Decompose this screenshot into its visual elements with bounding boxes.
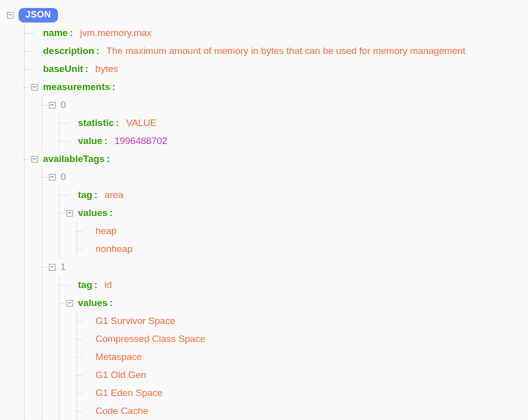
toggle-collapse-icon[interactable]: − [49,102,56,108]
list-item: G1 Eden Space [77,384,528,402]
value-text: VALUE [126,118,156,128]
colon: : [104,136,108,146]
colon: : [112,82,115,92]
list-item: Metaspace [77,348,528,366]
key-label: baseUnit [43,64,83,74]
value-text: heap [96,226,116,236]
field-values: − values : G1 Survivor Space Comp [60,294,528,420]
array-index: 1 [60,262,66,272]
toggle-collapse-icon[interactable]: − [66,300,73,306]
array-item: − 0 tag : area [42,168,528,258]
field-description: description : The maximum amount of memo… [24,42,528,60]
list-item: nonheap [77,240,528,258]
key-label: values [78,208,108,218]
colon: : [110,298,112,308]
value-number: 1996488702 [114,136,168,146]
field-values: − values : heap nonheap [60,204,528,258]
key-label: tag [78,190,92,200]
array-item: − 1 tag : id [42,258,528,420]
value-text: G1 Old Gen [96,370,146,380]
toggle-collapse-icon[interactable]: − [49,174,56,180]
root-node: − JSON name : jvm.memory.max description… [7,6,528,420]
key-label: tag [78,280,92,290]
array-index: 0 [60,172,66,182]
value-text: Code Cache [96,406,148,416]
toggle-collapse-icon[interactable]: − [7,12,14,18]
value-text: id [104,280,112,290]
value-text: nonheap [96,244,132,254]
list-item: Compressed Class Space [77,330,528,348]
colon: : [70,28,73,38]
key-label: values [78,298,108,308]
toggle-collapse-icon[interactable]: − [32,156,38,162]
field-measurements: − measurements : − 0 [24,78,528,150]
colon: : [106,154,110,164]
field-availabletags: − availableTags : − 0 [24,150,528,420]
value-text: area [104,190,124,200]
value-text: The maximum amount of memory in bytes th… [106,46,466,56]
key-label: measurements [43,82,110,92]
value-text: G1 Eden Space [96,388,162,398]
key-label: description [43,46,94,56]
list-item: G1 Survivor Space [77,312,528,330]
colon: : [116,118,119,128]
field-value: value : 1996488702 [60,132,528,150]
field-baseunit: baseUnit : bytes [24,60,528,78]
toggle-collapse-icon[interactable]: − [49,264,56,270]
colon: : [94,190,98,200]
key-label: name [43,28,68,38]
value-text: bytes [96,64,118,74]
value-text: Compressed Class Space [96,334,206,344]
colon: : [110,208,112,218]
colon: : [94,280,98,290]
field-statistic: statistic : VALUE [60,114,528,132]
list-item: heap [77,222,528,240]
list-item: Code Cache [77,402,528,420]
key-label: statistic [78,118,114,128]
key-label: value [78,136,102,146]
array-item: − 0 statistic : VALUE [42,96,528,150]
json-badge: JSON [18,8,58,22]
value-text: jvm.memory.max [80,28,152,38]
value-text: G1 Survivor Space [96,316,175,326]
toggle-collapse-icon[interactable]: − [66,210,73,216]
list-item: G1 Old Gen [77,366,528,384]
colon: : [96,46,99,56]
field-name: name : jvm.memory.max [24,24,528,42]
json-tree-viewer: − JSON name : jvm.memory.max description… [0,0,528,420]
field-tag: tag : area [60,186,528,204]
array-index: 0 [60,100,66,110]
key-label: availableTags [43,154,104,164]
value-text: Metaspace [96,352,142,362]
toggle-collapse-icon[interactable]: − [32,84,38,90]
colon: : [85,64,88,74]
field-tag: tag : id [60,276,528,294]
